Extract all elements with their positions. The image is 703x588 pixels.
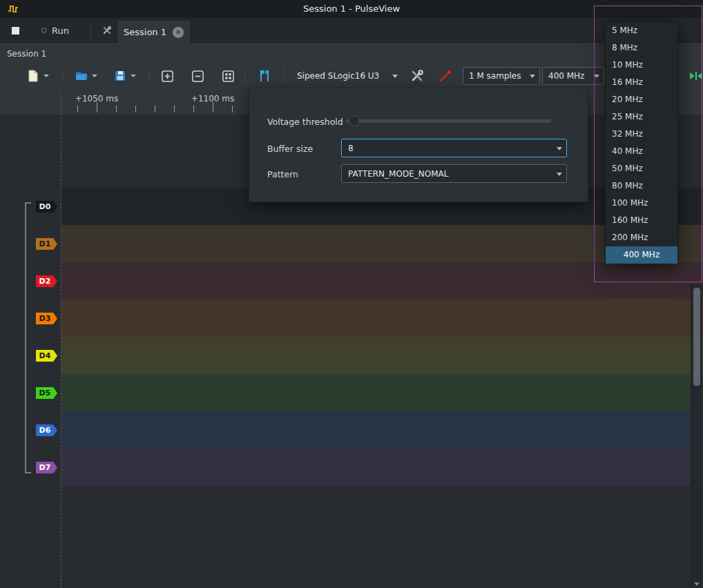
tab-session-1[interactable]: Session 1 ✕ [117, 21, 190, 43]
zoom-fit-button[interactable] [688, 66, 703, 86]
buffer-size-label: Buffer size [267, 144, 313, 154]
save-dropdown-arrow[interactable] [131, 75, 136, 77]
sample-rate-arrow-icon [594, 75, 599, 78]
new-session-dropdown-arrow[interactable] [44, 75, 49, 77]
channel-tag-D3[interactable]: D3 [36, 313, 57, 324]
sample-rate-option[interactable]: 50 MHz [606, 160, 677, 177]
toolbar-separator [283, 68, 284, 84]
titlebar: Session 1 - PulseView [0, 0, 703, 18]
run-icon [41, 28, 47, 33]
ruler-tick [77, 106, 78, 112]
sample-rate-option[interactable]: 5 MHz [606, 22, 677, 39]
scrollbar-down-arrow-icon[interactable] [694, 582, 700, 586]
sample-rate-dropdown: 5 MHz8 MHz10 MHz16 MHz20 MHz25 MHz32 MHz… [605, 21, 678, 264]
channels-button[interactable] [434, 66, 457, 86]
channel-tag-D2[interactable]: D2 [36, 275, 57, 287]
pattern-label: Pattern [267, 169, 298, 179]
zoom-fit-icon [688, 69, 703, 83]
sample-rate-option[interactable]: 32 MHz [606, 126, 677, 143]
voltage-threshold-slider[interactable] [346, 119, 551, 123]
pattern-value: PATTERN_MODE_NOMAL [348, 169, 448, 179]
tab-close-icon[interactable]: ✕ [173, 27, 184, 38]
sample-rate-option[interactable]: 80 MHz [606, 177, 677, 195]
toolbar-separator [90, 23, 91, 37]
zoom-in-icon [161, 70, 174, 83]
session-title: Session 1 [7, 49, 46, 59]
channel-tag-D6[interactable]: D6 [36, 424, 57, 436]
show-cursors-icon [257, 69, 272, 83]
device-select[interactable]: Sipeed SLogic16 U3 [291, 67, 402, 85]
pattern-arrow-icon [557, 173, 562, 176]
sample-count-select[interactable]: 1 M samples [463, 67, 540, 85]
show-cursors-button[interactable] [253, 66, 276, 86]
sample-rate-option[interactable]: 200 MHz [606, 229, 677, 246]
zoom-out-icon [191, 70, 204, 83]
device-config-icon [410, 69, 424, 83]
sample-rate-option[interactable]: 160 MHz [606, 212, 677, 229]
toolbar-separator [244, 68, 245, 84]
main-toolbar: Run Session 1 ✕ [0, 18, 703, 43]
pattern-select[interactable]: PATTERN_MODE_NOMAL [341, 164, 567, 183]
channel-group-bracket [25, 202, 31, 473]
channel-tag-D7[interactable]: D7 [36, 462, 57, 473]
ruler-tick [116, 106, 117, 112]
channel-tag-D1[interactable]: D1 [36, 238, 57, 250]
open-dropdown-arrow[interactable] [92, 75, 97, 77]
sample-rate-option[interactable]: 100 MHz [606, 195, 677, 212]
ruler-tick [232, 106, 233, 112]
device-config-popup: Voltage threshold Buffer size 8 Pattern … [249, 88, 588, 202]
settings-button[interactable] [97, 21, 117, 40]
sample-rate-option[interactable]: 20 MHz [606, 91, 677, 108]
zoom-original-button[interactable] [218, 66, 238, 86]
channel-tag-D5[interactable]: D5 [36, 387, 57, 399]
new-session-button[interactable] [19, 66, 55, 86]
device-select-value: Sipeed SLogic16 U3 [297, 71, 379, 81]
scrollbar-thumb[interactable] [693, 288, 700, 386]
device-select-arrow-icon [392, 75, 398, 78]
run-label: Run [52, 26, 69, 36]
sample-rate-option[interactable]: 16 MHz [606, 74, 677, 91]
sample-rate-option[interactable]: 400 MHz [606, 246, 677, 264]
zoom-original-icon [222, 70, 235, 83]
stop-icon [12, 27, 19, 35]
save-button[interactable] [106, 66, 142, 86]
sample-rate-option[interactable]: 40 MHz [606, 143, 677, 160]
sample-count-arrow-icon [530, 75, 535, 78]
channel-band-D5 [61, 374, 703, 411]
ruler-major-tick [97, 102, 97, 112]
ruler-major-tick [213, 102, 213, 112]
channel-band-D2 [61, 262, 703, 300]
ruler-tick [135, 106, 136, 112]
open-button[interactable] [68, 66, 104, 86]
open-folder-icon [75, 69, 88, 83]
tab-label: Session 1 [124, 27, 166, 37]
vertical-scrollbar[interactable] [691, 284, 702, 588]
zoom-in-button[interactable] [157, 66, 177, 86]
sample-rate-option[interactable]: 10 MHz [606, 57, 677, 74]
ruler-tick [193, 106, 194, 112]
voltage-threshold-slider-handle[interactable] [349, 115, 360, 126]
toolbar-separator [62, 68, 63, 84]
app-icon [8, 3, 19, 14]
session-toolbar: Sipeed SLogic16 U3 1 M samples [0, 63, 703, 90]
sample-rate-value: 400 MHz [548, 71, 584, 81]
new-session-icon [26, 69, 40, 83]
run-button[interactable]: Run [36, 21, 75, 40]
buffer-size-value: 8 [348, 144, 354, 153]
channel-tag-D4[interactable]: D4 [36, 350, 57, 362]
stop-button[interactable] [4, 21, 26, 40]
save-icon [113, 69, 127, 83]
buffer-size-arrow-icon [557, 147, 562, 150]
sample-rate-option[interactable]: 8 MHz [606, 39, 677, 57]
sample-rate-select[interactable]: 400 MHz [542, 67, 604, 85]
buffer-size-select[interactable]: 8 [341, 139, 567, 157]
ruler-tick [155, 106, 155, 112]
zoom-out-button[interactable] [187, 66, 208, 86]
channel-band-D7 [61, 449, 703, 486]
channel-band-D3 [61, 300, 703, 337]
channel-tag-D0[interactable]: D0 [36, 201, 57, 213]
channel-band-D6 [61, 411, 703, 449]
settings-tools-icon [102, 24, 112, 37]
ruler-tick [174, 106, 175, 112]
sample-rate-option[interactable]: 25 MHz [606, 108, 677, 126]
